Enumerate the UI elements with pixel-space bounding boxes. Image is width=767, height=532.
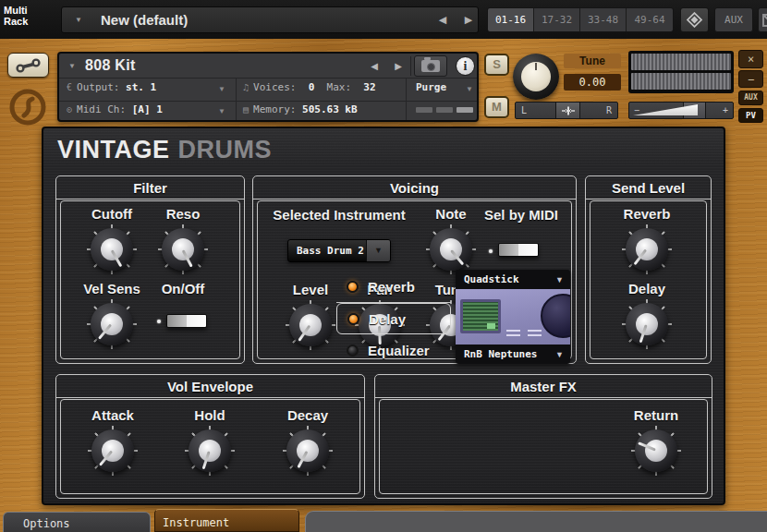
decay-knob[interactable]	[283, 426, 333, 476]
hold-control: Hold	[173, 407, 247, 476]
filter-onoff-label: On/Off	[146, 281, 220, 297]
vintage-drums-panel: VINTAGEDRUMS Filter Cutoff Reso Vel Sens…	[42, 127, 725, 505]
tune-label: Tune	[564, 54, 621, 68]
info-button[interactable]: i	[456, 56, 475, 76]
tab-reverb[interactable]: Reverb	[336, 272, 451, 303]
page-button-33-48[interactable]: 33-48	[580, 8, 627, 31]
memory-value: 505.63 kB	[302, 103, 358, 115]
send-delay-knob[interactable]	[622, 299, 672, 349]
send-delay-label: Delay	[610, 281, 684, 297]
midi-channel-cell[interactable]: ⊙ Midi Ch: [A] 1	[67, 103, 163, 115]
empty-rack-tab[interactable]	[305, 511, 767, 532]
aux-button[interactable]: AUX	[714, 7, 753, 32]
purge-dropdown[interactable]: Purge	[416, 81, 446, 93]
app-brand: Multi Rack	[4, 5, 28, 27]
fx-preset-bottom-dropdown[interactable]: RnB Neptunes ▼	[456, 345, 570, 364]
memory-cell: ▤ Memory: 505.63 kB	[243, 103, 358, 115]
close-button[interactable]: ×	[738, 50, 763, 68]
cutoff-knob[interactable]	[87, 224, 137, 274]
instrument-header: ▼ 808 Kit ◀ ▶ i € Output: st. 1 ▼	[57, 52, 479, 122]
fx-device-detail	[506, 330, 520, 336]
fx-preset-top-dropdown[interactable]: Quadstick ▼	[456, 270, 570, 289]
sel-by-midi-toggle[interactable]	[498, 243, 539, 257]
chevron-down-icon[interactable]: ▼	[68, 62, 76, 70]
minimize-button[interactable]: −	[738, 70, 763, 88]
pan-left-label: L	[521, 103, 527, 118]
note-knob[interactable]	[426, 224, 476, 274]
tab-equalizer-label: Equalizer	[368, 343, 430, 358]
voices-cell: ♫ Voices: 0 Max: 32	[243, 81, 376, 93]
output-cell[interactable]: € Output: st. 1	[67, 81, 156, 93]
hold-label: Hold	[173, 407, 247, 424]
chevron-down-icon: ▼	[555, 275, 564, 284]
brand-logo	[8, 88, 47, 127]
preset-prev-button[interactable]: ◀	[432, 7, 454, 32]
view-toggle-button[interactable]	[758, 7, 767, 32]
send-reverb-knob[interactable]	[622, 224, 672, 274]
hold-knob[interactable]	[185, 426, 235, 476]
attack-knob[interactable]	[88, 426, 138, 476]
filter-onoff-control: On/Off	[146, 281, 220, 297]
fx-return-label: Return	[619, 407, 693, 424]
instrument-title: 808 Kit	[85, 57, 136, 74]
divider	[406, 79, 407, 120]
attack-control: Attack	[76, 407, 150, 476]
chevron-down-icon[interactable]: ▼	[466, 85, 473, 93]
tab-instrument[interactable]: Instrument	[154, 509, 299, 532]
reso-control: Reso	[146, 206, 220, 274]
sel-by-midi-control: Sel by MIDI	[466, 207, 577, 224]
mute-button[interactable]: M	[484, 96, 509, 118]
vol-envelope-section-title: Vol Envelope	[56, 375, 364, 398]
aux-rail-button[interactable]: AUX	[738, 91, 763, 105]
instrument-select-dropdown[interactable]: Bass Drum 2 ▼	[287, 239, 391, 262]
max-value: 32	[363, 81, 375, 93]
tab-equalizer[interactable]: Equalizer	[336, 334, 451, 366]
panel-title: VINTAGEDRUMS	[57, 136, 272, 164]
kontakt-multi-rack-window: Multi Rack ▼ New (default) ◀ ▶ 01-16 17-…	[0, 0, 767, 532]
selected-instrument-label: Selected Instrument	[261, 207, 418, 224]
fx-return-knob[interactable]	[631, 426, 681, 476]
max-label: Max:	[327, 81, 352, 93]
page-button-17-32[interactable]: 17-32	[534, 8, 580, 31]
page-button-01-16[interactable]: 01-16	[488, 8, 534, 31]
reverb-led-icon[interactable]	[347, 281, 359, 293]
volume-slider[interactable]: − +	[628, 102, 734, 119]
chevron-down-icon[interactable]: ▼	[218, 85, 225, 93]
script-button[interactable]	[680, 7, 709, 32]
fx-lcd-screen	[460, 299, 501, 333]
pan-slider[interactable]: L R	[515, 102, 618, 119]
preset-next-button[interactable]: ▶	[457, 7, 480, 32]
pan-right-label: R	[606, 103, 612, 118]
page-button-49-64[interactable]: 49-64	[627, 8, 673, 31]
next-instrument-button[interactable]: ▶	[388, 54, 408, 79]
level-knob[interactable]	[286, 300, 335, 350]
diamond-script-icon	[687, 12, 702, 28]
chevron-down-icon[interactable]: ▼	[218, 107, 225, 115]
vel-sens-knob[interactable]	[87, 299, 137, 349]
equalizer-led-icon[interactable]	[347, 345, 359, 357]
chevron-down-icon[interactable]: ▼	[366, 240, 390, 261]
master-tune-knob[interactable]	[513, 54, 559, 100]
options-button[interactable]: Options	[3, 512, 151, 532]
divider	[410, 56, 411, 76]
solo-button[interactable]: S	[484, 54, 509, 76]
tab-delay[interactable]: Delay	[336, 303, 451, 334]
filter-onoff-toggle[interactable]	[166, 314, 207, 328]
delay-led-icon[interactable]	[347, 313, 359, 325]
pan-handle[interactable]	[555, 103, 580, 118]
reso-knob[interactable]	[158, 224, 208, 274]
memory-chip-icon: ▤	[243, 104, 249, 115]
multi-preset-dropdown[interactable]: ▼ New (default) ◀ ▶	[61, 6, 479, 33]
brand-line: Rack	[4, 16, 28, 27]
tune-value-display[interactable]: 0.00	[564, 74, 621, 91]
vel-sens-control: Vel Sens	[75, 281, 149, 349]
snapshot-button[interactable]	[414, 55, 447, 77]
tools-button[interactable]	[7, 53, 49, 78]
send-delay-control: Delay	[610, 281, 684, 349]
meter-right-channel	[631, 73, 731, 90]
fx-device-image	[456, 289, 570, 345]
purge-meter	[416, 107, 473, 113]
brand-line: Multi	[4, 5, 28, 16]
prev-instrument-button[interactable]: ◀	[364, 54, 384, 79]
pv-rail-button[interactable]: PV	[738, 108, 763, 123]
